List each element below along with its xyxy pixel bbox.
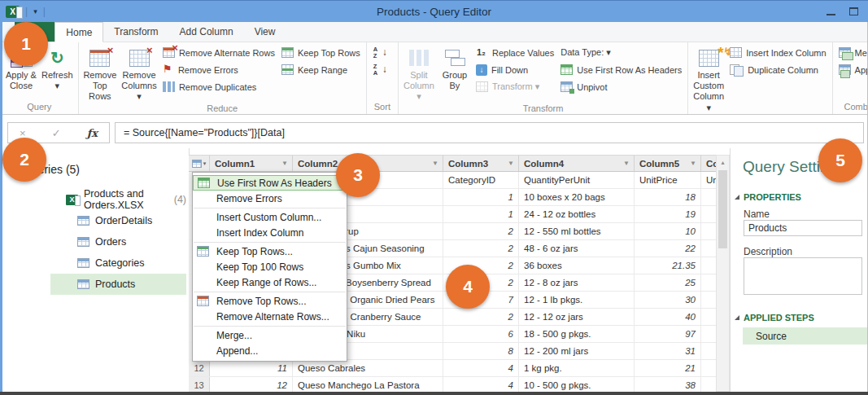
cell[interactable]: 4 xyxy=(443,360,519,376)
remove-columns-button[interactable]: RemoveColumns ▾ xyxy=(119,44,159,103)
remove-errors-button[interactable]: Remove Errors xyxy=(159,61,278,78)
cell[interactable]: 10 xyxy=(635,223,701,239)
cell[interactable]: 1 kg pkg. xyxy=(519,360,635,376)
sort-descending-icon-button[interactable] xyxy=(369,61,390,78)
cell[interactable]: 12 xyxy=(210,377,293,392)
cell[interactable]: 48 - 6 oz jars xyxy=(519,240,635,257)
tab-view[interactable]: View xyxy=(244,22,286,42)
cell[interactable] xyxy=(701,360,717,376)
append-button[interactable]: Append xyxy=(835,61,867,78)
keep-range-button[interactable]: Keep Range xyxy=(278,61,364,78)
cell[interactable]: 24 - 12 oz bottles xyxy=(519,206,635,222)
vertical-scrollbar[interactable]: ▴ xyxy=(716,155,730,392)
menu-item-insert-custom-column[interactable]: Insert Custom Column... xyxy=(193,209,347,225)
sort-ascending-icon-button[interactable] xyxy=(369,44,390,61)
cell[interactable]: 25 xyxy=(635,274,701,291)
cell[interactable] xyxy=(701,274,717,291)
cell[interactable]: 2 xyxy=(443,240,519,257)
applied-steps-section-header[interactable]: APPLIED STEPS xyxy=(735,313,814,323)
cell[interactable]: 4 xyxy=(443,377,519,392)
duplicate-column-button[interactable]: Duplicate Column xyxy=(726,61,829,78)
transform-button[interactable]: Transform ▾ xyxy=(473,78,557,95)
cell[interactable]: 11 xyxy=(210,360,293,376)
menu-item-insert-index-column[interactable]: Insert Index Column xyxy=(193,225,347,240)
cell[interactable]: 18 - 500 g pkgs. xyxy=(519,326,635,342)
cell[interactable]: 12 - 550 ml bottles xyxy=(519,223,635,239)
cell[interactable]: 12 - 1 lb pkgs. xyxy=(519,292,635,308)
query-description-input[interactable] xyxy=(744,257,862,295)
cell[interactable] xyxy=(701,309,717,325)
keep-top-rows-button[interactable]: Keep Top Rows xyxy=(278,44,364,61)
remove-duplicates-button[interactable]: Remove Duplicates xyxy=(159,78,278,95)
cell[interactable]: 10 - 500 g pkgs. xyxy=(519,377,635,392)
cell[interactable]: 21 xyxy=(635,360,701,376)
column-header-column5[interactable]: Column5▼ xyxy=(635,156,701,171)
column-header-column1[interactable]: Column1▼ xyxy=(210,156,293,171)
filter-arrow-icon[interactable]: ▼ xyxy=(508,160,514,167)
cell[interactable] xyxy=(701,223,717,239)
menu-item-use-first-row-as-headers[interactable]: Use First Row As Headers xyxy=(193,175,347,191)
query-name-input[interactable] xyxy=(744,220,862,236)
sidebar-item-products-and-orders-xlsx[interactable]: Products and Orders.XLSX(4) xyxy=(50,189,186,210)
cell[interactable]: 31 xyxy=(635,343,701,359)
maximize-button[interactable] xyxy=(849,7,858,15)
cell[interactable]: 2 xyxy=(443,309,519,325)
column-header-column3[interactable]: Column3▼ xyxy=(443,156,519,171)
properties-section-header[interactable]: PROPERTIES xyxy=(735,192,801,202)
sidebar-item-orders[interactable]: Orders xyxy=(50,231,186,252)
sidebar-item-orderdetails[interactable]: OrderDetails xyxy=(50,210,186,231)
menu-item-remove-top-rows[interactable]: Remove Top Rows... xyxy=(193,293,347,309)
filter-arrow-icon[interactable]: ▼ xyxy=(690,160,696,167)
cell[interactable] xyxy=(701,292,717,308)
cell[interactable] xyxy=(701,240,717,257)
column-header-column4[interactable]: Column4▼ xyxy=(519,156,635,171)
cell[interactable]: 2 xyxy=(443,223,519,239)
column-header-column6[interactable]: Column6▼ xyxy=(701,156,717,171)
tab-add-column[interactable]: Add Column xyxy=(169,22,244,42)
menu-item-keep-range-of-rows[interactable]: Keep Range of Rows... xyxy=(193,274,347,290)
cell[interactable]: CategoryID xyxy=(443,172,519,188)
tab-transform[interactable]: Transform xyxy=(103,22,168,42)
cell[interactable]: QuantityPerUnit xyxy=(519,172,635,188)
cell[interactable] xyxy=(701,189,717,205)
fill-down-button[interactable]: Fill Down xyxy=(473,61,557,78)
unpivot-button[interactable]: Unpivot xyxy=(557,78,685,95)
cell[interactable]: 12 - 12 oz jars xyxy=(519,309,635,325)
insert-index-column-button[interactable]: Insert Index Column xyxy=(726,44,829,61)
cell[interactable]: 30 xyxy=(635,292,701,308)
filter-arrow-icon[interactable]: ▼ xyxy=(432,160,438,167)
cell[interactable]: UnitPrice xyxy=(635,172,701,188)
merge-button[interactable]: Merge xyxy=(835,44,867,61)
select-all-button[interactable]: ▾ xyxy=(189,156,210,171)
group-by-button[interactable]: GroupBy xyxy=(437,44,473,91)
cell[interactable]: 36 boxes xyxy=(519,257,635,274)
formula-input[interactable]: = Source{[Name="Products"]}[Data] xyxy=(115,122,864,143)
replace-values-button[interactable]: Replace Values xyxy=(473,44,557,61)
cell[interactable]: 12 - 200 ml jars xyxy=(519,343,635,359)
cell[interactable] xyxy=(701,377,717,392)
cell[interactable]: 1 xyxy=(443,206,519,222)
remove-top-rows-button[interactable]: RemoveTop Rows xyxy=(81,44,120,103)
filter-arrow-icon[interactable]: ▼ xyxy=(281,160,288,167)
applied-step-source[interactable]: Source xyxy=(743,327,867,345)
quick-access-dropdown-icon[interactable]: ▾ xyxy=(33,7,37,15)
cell[interactable] xyxy=(701,326,717,342)
cell[interactable]: 97 xyxy=(635,326,701,342)
cell[interactable]: 8 xyxy=(443,343,519,359)
menu-item-remove-alternate-rows[interactable]: Remove Alternate Rows... xyxy=(193,309,347,324)
row-number[interactable]: 12 xyxy=(189,360,210,376)
cell[interactable]: 19 xyxy=(635,206,701,222)
tab-home[interactable]: Home xyxy=(55,22,103,42)
menu-item-keep-top-100-rows[interactable]: Keep Top 100 Rows xyxy=(193,259,347,274)
fx-icon[interactable]: ƒx xyxy=(87,127,98,139)
minimize-button[interactable] xyxy=(827,14,835,15)
cell[interactable]: 38 xyxy=(635,377,701,392)
cell[interactable]: 1 xyxy=(443,189,519,205)
sidebar-item-categories[interactable]: Categories xyxy=(50,252,186,274)
cell[interactable]: 18 xyxy=(635,189,701,205)
cell[interactable]: 6 xyxy=(443,326,519,342)
cell[interactable]: 12 - 8 oz jars xyxy=(519,274,635,291)
cell[interactable]: Queso Manchego La Pastora xyxy=(293,377,443,392)
cell[interactable]: 10 boxes x 20 bags xyxy=(519,189,635,205)
accept-formula-icon[interactable]: ✓ xyxy=(52,127,61,139)
